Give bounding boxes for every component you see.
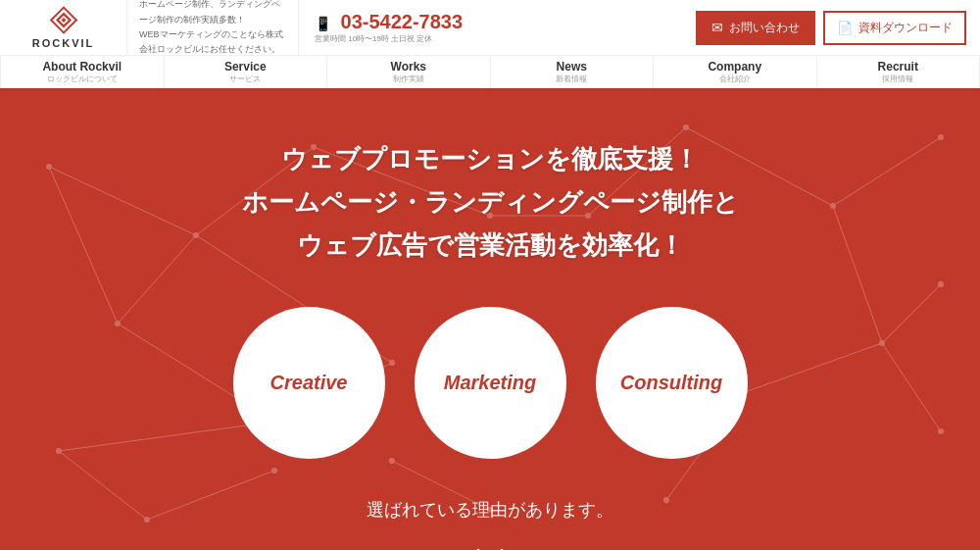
nav-main-company: Company [708, 60, 761, 74]
svg-point-33 [830, 203, 836, 209]
phone-hours: 営業時間 10時〜19時 土日祝 定休 [315, 33, 432, 44]
tagline-line2: WEBマーケティングのことなら株式会社ロックビルにお任せください。 [139, 27, 286, 58]
email-icon: ✉ [711, 20, 723, 35]
svg-line-15 [882, 343, 941, 431]
nav-main-recruit: Recruit [878, 60, 918, 74]
svg-point-29 [115, 321, 121, 326]
hero-content: ウェブプロモーションを徹底支援！ ホームページ・ランディングページ制作と ウェブ… [233, 137, 748, 550]
inquiry-button[interactable]: ✉ お問い合わせ [696, 11, 815, 45]
svg-line-20 [59, 451, 147, 520]
nav-main-works: Works [391, 60, 426, 74]
logo-diamond-icon [46, 6, 81, 34]
header-top-bar: ROCKVIL ホームページ制作、ランディングページ制作の制作実績多数！ WEB… [0, 0, 980, 55]
svg-line-16 [745, 343, 882, 392]
svg-line-14 [833, 206, 882, 343]
svg-line-4 [49, 167, 196, 235]
nav-main-news: News [557, 60, 587, 74]
service-circles: Creative Marketing Consulting [233, 307, 748, 459]
site-header: ROCKVIL ホームページ制作、ランディングページ制作の制作実績多数！ WEB… [0, 0, 980, 88]
svg-point-26 [193, 232, 199, 238]
nav-sub-works: 制作実績 [393, 74, 424, 84]
nav-main-service: Service [224, 60, 267, 74]
hero-title: ウェブプロモーションを徹底支援！ ホームページ・ランディングページ制作と ウェブ… [233, 137, 748, 268]
nav-sub-service: サービス [229, 74, 261, 84]
svg-line-13 [833, 137, 941, 206]
svg-point-32 [683, 125, 689, 130]
svg-line-23 [882, 284, 941, 343]
svg-point-41 [144, 517, 150, 523]
nav-item-recruit[interactable]: Recruit採用情報 [817, 56, 981, 88]
nav-sub-about: ロックビルについて [47, 74, 118, 84]
main-nav: About RockvilロックビルについてServiceサービスWorks制作… [0, 55, 980, 88]
document-icon: 📄 [837, 21, 853, 35]
tagline-line1: ホームページ制作、ランディングページ制作の制作実績多数！ [139, 0, 286, 27]
cta-buttons-area: ✉ お問い合わせ 📄 資料ダウンロード [696, 11, 980, 45]
consulting-label: Consulting [620, 372, 722, 394]
marketing-circle[interactable]: Marketing [415, 307, 566, 459]
creative-label: Creative [270, 372, 348, 394]
phone-number: 📱 03-5422-7833 [315, 11, 463, 33]
svg-point-36 [938, 428, 944, 434]
logo-area: ROCKVIL [0, 0, 127, 55]
nav-main-about: About Rockvil [42, 60, 122, 74]
nav-item-company[interactable]: Company会社紹介 [654, 56, 817, 88]
nav-item-news[interactable]: News新着情報 [491, 56, 655, 88]
svg-point-34 [938, 134, 944, 140]
svg-point-43 [938, 281, 944, 287]
creative-circle[interactable]: Creative [233, 307, 385, 459]
svg-point-25 [46, 164, 52, 170]
phone-icon: 📱 [315, 16, 331, 31]
marketing-label: Marketing [444, 372, 536, 394]
consulting-circle[interactable]: Consulting [596, 307, 748, 459]
hero-subtitle: 選ばれている理由があります。 [233, 498, 748, 522]
nav-item-about[interactable]: About Rockvilロックビルについて [0, 56, 165, 88]
svg-line-8 [118, 235, 196, 324]
nav-sub-company: 会社紹介 [719, 74, 751, 84]
nav-item-works[interactable]: Works制作実績 [327, 56, 491, 88]
svg-point-35 [879, 340, 885, 346]
chevron-down-icon [475, 547, 505, 550]
nav-item-service[interactable]: Serviceサービス [165, 56, 328, 88]
download-button[interactable]: 📄 資料ダウンロード [823, 11, 966, 45]
nav-sub-recruit: 採用情報 [882, 74, 913, 84]
site-wrapper: ROCKVIL ホームページ制作、ランディングページ制作の制作実績多数！ WEB… [0, 0, 980, 550]
tagline-area: ホームページ制作、ランディングページ制作の制作実績多数！ WEBマーケティングの… [127, 0, 299, 55]
phone-area: 📱 03-5422-7833 営業時間 10時〜19時 土日祝 定休 [299, 11, 478, 44]
logo-text: ROCKVIL [32, 37, 95, 49]
svg-line-7 [49, 167, 118, 324]
hero-section: ウェブプロモーションを徹底支援！ ホームページ・ランディングページ制作と ウェブ… [0, 88, 980, 550]
svg-point-40 [56, 448, 62, 454]
scroll-down-button[interactable] [233, 545, 748, 550]
nav-sub-news: 新着情報 [556, 74, 587, 84]
